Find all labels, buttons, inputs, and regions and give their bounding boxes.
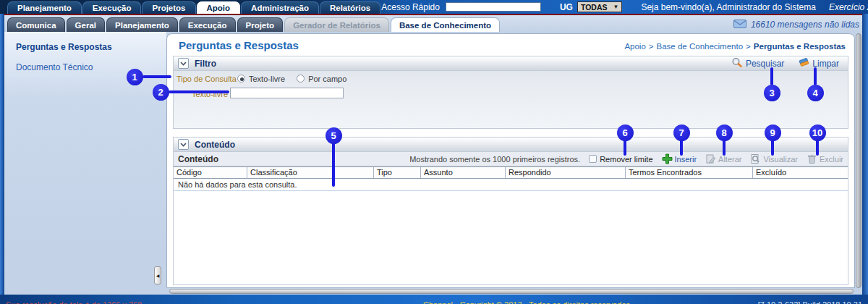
sidebar: Perguntas e RespostasDocumento Técnico (4, 32, 166, 295)
unread-messages[interactable]: 16610 mensagens não lidas (733, 18, 859, 31)
remove-limit-checkbox[interactable]: Remover limite (589, 155, 652, 164)
exercise-text: Exercício 2018 (829, 2, 868, 12)
breadcrumb-base-de-conhecimento[interactable]: Base de Conhecimento (657, 42, 744, 51)
filter-section: Filtro Pesquisar Limpar Tipo de Consulta… (173, 56, 848, 129)
quick-access-input[interactable] (446, 2, 541, 12)
column-header-excluido: Excluído (753, 167, 848, 178)
filter-actions: Pesquisar Limpar (731, 57, 843, 70)
radio-option-texto-livre[interactable]: Texto-livre (237, 75, 285, 83)
top-nav-item-execucao[interactable]: Execução (82, 1, 142, 14)
ug-select-value: TODAS (581, 3, 608, 12)
results-toolbar-right: Mostrando somente os 1000 primeiros regi… (409, 153, 843, 164)
breadcrumb: Apoio>Base de Conhecimento>Perguntas e R… (624, 42, 846, 51)
footer-left-text: Sua resolução de tela é de 1366 x 768 (6, 300, 142, 304)
horizontal-scrollbar[interactable] (169, 289, 854, 294)
radio-icon (297, 75, 305, 83)
radio-icon (237, 75, 245, 83)
empty-result-row: Não há dados para esta consulta. (174, 179, 848, 191)
view-icon (750, 153, 761, 164)
inserir-button-label: Inserir (675, 155, 697, 164)
annotation-line-1 (142, 75, 171, 78)
quick-access-label: Acesso Rápido (381, 2, 440, 12)
top-nav-item-apoio[interactable]: Apoio (197, 1, 241, 14)
search-icon (731, 57, 743, 70)
annotation-line-10 (816, 140, 819, 156)
filter-collapse-toggle[interactable] (178, 58, 189, 69)
top-nav-item-relatorios[interactable]: Relatórios (320, 1, 380, 14)
module-tab-planejamento[interactable]: Planejamento (106, 17, 178, 32)
annotation-badge-3: 3 (764, 85, 780, 101)
annotation-badge-9: 9 (765, 124, 781, 141)
query-type-radio-group: Texto-livrePor campo (237, 73, 346, 84)
clear-button[interactable]: Limpar (799, 57, 839, 69)
excluir-button-label: Excluir (820, 155, 843, 164)
module-tab-comunica[interactable]: Comunica (7, 17, 65, 32)
free-text-input[interactable] (230, 88, 344, 98)
results-panel-label: Conteúdo (178, 154, 218, 164)
results-toolbar: Conteúdo Mostrando somente os 1000 prime… (174, 152, 848, 166)
ug-label: UG (560, 2, 573, 12)
sidebar-item-documento-tecnico[interactable]: Documento Técnico (16, 62, 166, 72)
checkbox-icon (589, 155, 597, 163)
page-title: Perguntas e Respostas (179, 39, 299, 51)
welcome-text: Seja bem-vindo(a), Administrador do Sist… (641, 2, 815, 12)
search-button-label: Pesquisar (746, 59, 784, 69)
limit-note: Mostrando somente os 1000 primeiros regi… (409, 155, 580, 164)
annotation-badge-4: 4 (807, 85, 824, 101)
top-nav-bar: PlanejamentoExecuçãoProjetosApoioAdminis… (0, 0, 868, 14)
inserir-button[interactable]: Inserir (662, 153, 697, 164)
annotation-line-3 (770, 67, 773, 85)
breadcrumb-apoio[interactable]: Apoio (624, 42, 645, 51)
annotation-badge-8: 8 (716, 124, 733, 141)
results-table-header: CódigoClassificaçãoTipoAssuntoRespondido… (174, 166, 848, 179)
results-header: Conteúdo (174, 138, 848, 152)
sidebar-item-perguntas-e-respostas[interactable]: Perguntas e Respostas (16, 42, 166, 52)
breadcrumb-separator: > (746, 42, 751, 51)
alterar-button-label: Alterar (718, 155, 741, 164)
column-header-tipo: Tipo (374, 167, 421, 178)
excluir-button: Excluir (807, 153, 843, 164)
annotation-badge-5: 5 (326, 127, 342, 144)
breadcrumb-perguntas-e-respostas: Perguntas e Respostas (754, 42, 846, 51)
column-header-assunto: Assunto (421, 167, 506, 178)
module-tab-execucao[interactable]: Execução (179, 17, 236, 32)
module-tab-base-de-conhecimento[interactable]: Base de Conhecimento (391, 17, 500, 32)
annotation-line-7 (680, 140, 683, 156)
app-window: PlanejamentoExecuçãoProjetosApoioAdminis… (0, 0, 868, 304)
ug-select[interactable]: TODAS ▼ (577, 1, 622, 12)
radio-option-por-campo[interactable]: Por campo (297, 75, 346, 83)
filter-header: Filtro Pesquisar Limpar (174, 56, 848, 71)
top-nav-item-planejamento[interactable]: Planejamento (7, 1, 82, 14)
radio-label: Por campo (308, 75, 346, 83)
module-tab-geral[interactable]: Geral (67, 17, 105, 32)
top-nav-right: Acesso Rápido UG TODAS ▼ Seja bem-vindo(… (381, 0, 868, 14)
radio-label: Texto-livre (249, 75, 285, 83)
edit-icon (705, 153, 716, 164)
footer-bar: Sua resolução de tela é de 1366 x 768 Ch… (0, 295, 868, 304)
clear-button-label: Limpar (812, 59, 839, 69)
results-collapse-toggle[interactable] (178, 139, 189, 150)
annotation-badge-7: 7 (673, 124, 690, 141)
annotation-line-5 (332, 143, 335, 187)
column-header-codigo: Código (174, 167, 247, 178)
sidebar-collapse-handle[interactable]: ◀ (154, 266, 161, 284)
top-nav-item-administracao[interactable]: Administração (241, 1, 319, 14)
right-frame-border (862, 14, 868, 295)
results-section: Conteúdo Conteúdo Mostrando somente os 1… (173, 137, 848, 285)
top-nav-item-projetos[interactable]: Projetos (142, 1, 195, 14)
content-panel: Perguntas e Respostas Apoio>Base de Conh… (166, 33, 855, 288)
annotation-line-4 (814, 67, 817, 85)
search-button[interactable]: Pesquisar (731, 57, 784, 70)
plus-icon (662, 153, 673, 164)
annotation-line-2 (169, 90, 229, 93)
annotation-line-8 (723, 140, 726, 156)
module-tab-projeto[interactable]: Projeto (237, 17, 284, 32)
results-title: Conteúdo (195, 140, 235, 150)
envelope-icon (733, 18, 746, 31)
filter-title: Filtro (195, 59, 216, 69)
annotation-badge-6: 6 (617, 124, 634, 141)
query-type-label: Tipo de Consulta (176, 75, 237, 83)
annotation-badge-2: 2 (153, 84, 169, 101)
visualizar-button: Visualizar (750, 153, 798, 164)
vertical-scrollbar[interactable] (856, 33, 861, 288)
